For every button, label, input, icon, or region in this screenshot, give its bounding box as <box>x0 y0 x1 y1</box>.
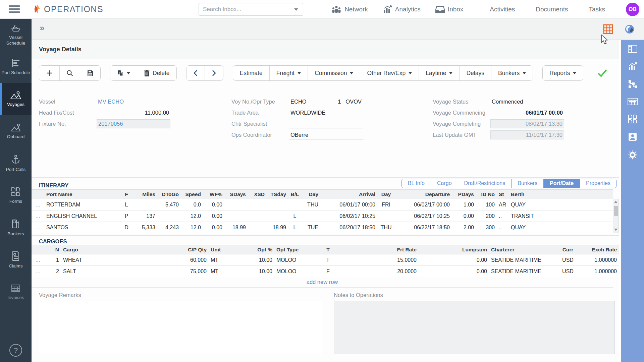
row-menu-icon[interactable]: … <box>32 254 44 266</box>
row-menu-icon[interactable]: … <box>32 222 44 233</box>
hamburger-menu-icon[interactable] <box>9 5 20 13</box>
itinerary-row-santos[interactable]: … SANTOS D 5,333 4,243 12.0 0.00 18.99 1… <box>32 222 613 233</box>
trade-area-field[interactable]: WORLDWIDE <box>289 108 363 117</box>
forms-pages-panel-icon[interactable] <box>628 114 638 124</box>
previous-voyage-button[interactable] <box>186 66 205 80</box>
sidebar-item-claims[interactable]: Claims <box>0 244 32 276</box>
sidebar-item-port-calls[interactable]: Port Calls <box>0 147 32 180</box>
voyage-remarks-label: Voyage Remarks <box>39 292 81 298</box>
itinerary-row-english-channel[interactable]: … ENGLISH CHANNEL P 137 12.0 0.00 L 06/0… <box>32 210 613 222</box>
sidebar-item-vessel-schedule[interactable]: Vessel Schedule <box>0 19 32 51</box>
itinerary-row-rotterdam[interactable]: … ROTTERDAM L 5,470 0.0 0.00 THU 06/01/1… <box>32 199 613 210</box>
delays-button[interactable]: Delays <box>459 66 491 80</box>
network-people-icon <box>331 5 341 13</box>
voyage-status-field[interactable]: Commenced <box>490 97 564 106</box>
link-documents[interactable]: Documents <box>536 6 568 13</box>
trade-area-label: Trade Area <box>231 110 289 116</box>
chtr-specialist-field[interactable] <box>289 119 363 128</box>
voyage-completing-field: 08/02/17 13:30 <box>490 119 564 128</box>
commission-menu-button[interactable]: Commission <box>308 66 360 80</box>
search-dropdown-caret-icon[interactable] <box>294 8 298 11</box>
caret-down-icon <box>350 72 353 74</box>
left-sidebar: Vessel Schedule Port Schedule Voyages O <box>0 19 32 362</box>
last-update-gmt-label: Last Update GMT <box>433 132 490 138</box>
tab-bl-info[interactable]: BL Info <box>402 179 431 188</box>
nav-inbox[interactable]: Inbox <box>435 5 463 13</box>
save-button[interactable] <box>80 66 100 80</box>
plus-icon <box>46 70 53 76</box>
tab-draft-restrictions[interactable]: Draft/Restrictions <box>458 179 512 188</box>
itinerary-scrollbar[interactable] <box>613 199 619 233</box>
voyage-remarks-textarea[interactable] <box>39 301 322 354</box>
add-button[interactable] <box>39 66 59 80</box>
search-inbox-box[interactable] <box>199 3 303 16</box>
sidebar-item-bunkers[interactable]: Bunkers <box>0 212 32 244</box>
freight-menu-button[interactable]: Freight <box>269 66 308 80</box>
reports-menu-button[interactable]: Reports <box>543 66 583 80</box>
notes-to-operations-textarea <box>334 301 615 354</box>
vessel-field[interactable]: MV ECHO <box>97 97 170 106</box>
nav-analytics[interactable]: Analytics <box>383 5 421 14</box>
sidebar-item-onboard[interactable]: Onboard <box>0 115 32 147</box>
settings-gear-icon[interactable] <box>628 150 638 160</box>
row-menu-icon[interactable]: … <box>32 210 44 222</box>
add-new-row-link[interactable]: add new row <box>307 279 338 285</box>
scrollbar-thumb[interactable] <box>614 206 618 216</box>
scroll-up-icon[interactable] <box>614 201 618 203</box>
itinerary-header-row: Port Name F Miles DToGo Speed WF% SDays … <box>32 190 613 199</box>
voy-no-opr-type-label: Voy No./Opr Type <box>231 99 289 105</box>
next-voyage-button[interactable] <box>205 66 223 80</box>
analytics-panel-icon[interactable] <box>628 62 638 71</box>
cargo-row-salt[interactable]: … 2 SALT 75,000 MT 10.00 MOLOO F 20.0000… <box>32 266 619 277</box>
invoice-table-icon[interactable] <box>627 97 638 106</box>
cargo-row-wheat[interactable]: … 1 WHEAT 60,000 MT 10.00 MOLOO F 15.000… <box>32 254 619 266</box>
row-menu-icon[interactable]: … <box>32 266 44 277</box>
page-title-band: Voyage Details <box>32 40 619 59</box>
floppy-save-icon <box>87 70 94 76</box>
other-rev-exp-menu-button[interactable]: Other Rev/Exp <box>360 66 419 80</box>
sidebar-item-voyages[interactable]: Voyages <box>0 83 32 115</box>
delete-button[interactable]: Delete <box>137 66 176 80</box>
row-menu-icon[interactable]: … <box>32 199 44 210</box>
search-input[interactable] <box>199 6 294 13</box>
itinerary-section-bar: ITINERARY BL Info Cargo Draft/Restrictio… <box>32 177 619 189</box>
trash-icon <box>144 70 150 76</box>
link-activities[interactable]: Activities <box>490 6 515 13</box>
help-button[interactable]: ? <box>9 344 22 357</box>
voyage-completing-label: Voyage Completing <box>433 121 490 127</box>
bunkers-menu-button[interactable]: Bunkers <box>491 66 533 80</box>
voy-no-opr-type-field[interactable]: ECHO 1 OVOV <box>289 97 363 106</box>
link-tasks[interactable]: Tasks <box>589 6 605 13</box>
head-fix-cost-field[interactable]: 11,000.00 <box>97 108 170 117</box>
ops-coordinator-field[interactable]: OBerre <box>289 130 363 139</box>
search-button[interactable] <box>59 66 80 80</box>
workflow-tree-icon[interactable] <box>628 79 638 89</box>
voyage-commencing-field[interactable]: 06/01/17 00:00 <box>490 108 564 117</box>
sidebar-item-port-schedule[interactable]: Port Schedule <box>0 51 32 83</box>
globe-icon[interactable] <box>625 24 635 34</box>
cargoes-header-row: N Cargo C/P Qty Unit Opt % Opt Type T Fr… <box>32 245 619 254</box>
validation-check-icon[interactable] <box>597 69 607 77</box>
itinerary-tabs: BL Info Cargo Draft/Restrictions Bunkers… <box>401 179 617 188</box>
caret-down-icon <box>127 72 130 74</box>
expand-panel-icon[interactable]: » <box>40 23 44 32</box>
nav-network[interactable]: Network <box>331 5 368 13</box>
tab-bunkers[interactable]: Bunkers <box>511 179 543 188</box>
sidebar-item-invoices[interactable]: Invoices <box>0 276 32 308</box>
tab-port-date[interactable]: Port/Date <box>543 179 580 188</box>
cargoes-table: N Cargo C/P Qty Unit Opt % Opt Type T Fr… <box>32 245 619 277</box>
voyages-route-icon <box>10 91 21 100</box>
tab-cargo[interactable]: Cargo <box>431 179 458 188</box>
voyage-toolbar: Delete Estimate Freight Commission Other… <box>39 65 607 81</box>
estimate-button[interactable]: Estimate <box>233 66 269 80</box>
chevron-left-icon <box>193 70 198 76</box>
sidebar-item-forms[interactable]: Forms <box>0 180 32 212</box>
contact-card-icon[interactable] <box>628 132 637 141</box>
scroll-down-icon[interactable] <box>614 229 618 231</box>
copy-voyage-button[interactable] <box>110 66 137 80</box>
laytime-menu-button[interactable]: Laytime <box>419 66 459 80</box>
grid-view-icon[interactable] <box>603 24 613 34</box>
user-avatar[interactable]: OB <box>626 3 639 16</box>
side-panel-icon[interactable] <box>628 45 638 53</box>
tab-properties[interactable]: Properties <box>580 179 616 188</box>
